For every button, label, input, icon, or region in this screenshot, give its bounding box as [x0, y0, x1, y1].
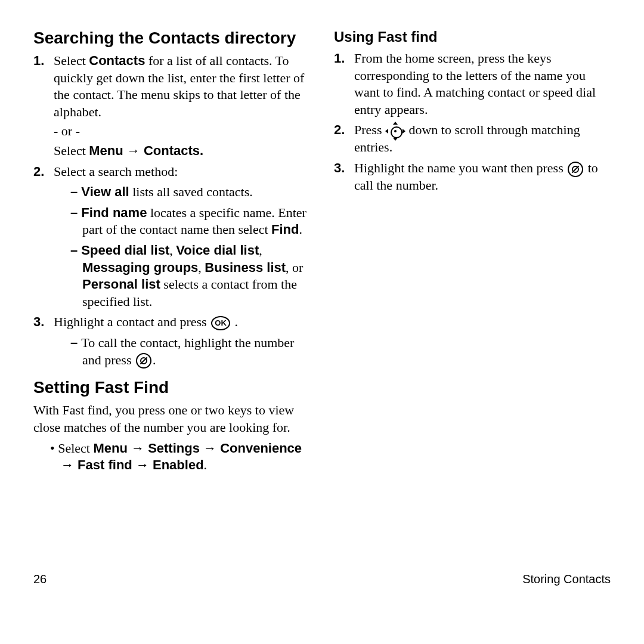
text: Select — [58, 441, 93, 456]
enable-fast-find: Select Menu → Settings → Convenience → F… — [50, 440, 310, 474]
search-methods: View all lists all saved contacts. Find … — [54, 184, 310, 310]
text: , — [259, 243, 262, 258]
step-2: Select a search method: View all lists a… — [51, 163, 310, 311]
page-footer: 26 Storing Contacts — [0, 572, 644, 586]
text: Select — [54, 143, 89, 158]
bold: Speed dial list — [81, 243, 169, 258]
fast-find-desc: With Fast find, you press one or two key… — [33, 402, 310, 436]
page-number: 26 — [33, 572, 47, 586]
call-icon — [568, 162, 583, 177]
text: lists all saved contacts. — [129, 184, 253, 199]
text: , — [169, 243, 176, 258]
text: Press — [354, 122, 385, 137]
page-content: Searching the Contacts directory Select … — [0, 0, 644, 572]
heading-setting-fast-find: Setting Fast Find — [33, 378, 310, 397]
bold: Business list — [205, 260, 286, 275]
method-lists: Speed dial list, Voice dial list, Messag… — [70, 242, 310, 310]
bold-path: Menu → Settings → Convenience → Fast fin… — [61, 441, 302, 473]
left-column: Searching the Contacts directory Select … — [33, 29, 310, 572]
text: . — [299, 222, 302, 237]
bold-menu-contacts: Menu → Contacts. — [89, 143, 203, 158]
step-1: Select Contacts for a list of all contac… — [51, 52, 310, 160]
step3-sub: To call the contact, highlight the numbe… — [54, 335, 310, 369]
or-separator: - or - — [54, 123, 310, 140]
bold-contacts: Contacts — [89, 53, 145, 68]
section-name: Storing Contacts — [522, 572, 611, 586]
ff-step-2: Press down to scroll through matching en… — [352, 122, 611, 156]
text: Highlight the name you want then press — [354, 160, 566, 175]
ok-button-icon: OK — [211, 316, 230, 330]
text: , — [198, 260, 205, 275]
bold: Find name — [81, 205, 147, 220]
search-steps: Select Contacts for a list of all contac… — [33, 52, 310, 369]
bold: Personal list — [82, 277, 160, 292]
text: Select — [54, 53, 89, 68]
bold: Messaging groups — [82, 260, 198, 275]
method-view-all: View all lists all saved contacts. — [70, 184, 310, 201]
right-column: Using Fast find From the home screen, pr… — [334, 29, 611, 572]
text: Select a search method: — [54, 164, 178, 179]
text: . — [204, 457, 208, 472]
method-find-name: Find name locates a specific name. Enter… — [70, 205, 310, 239]
text: , or — [286, 260, 303, 275]
bold: View all — [81, 184, 129, 199]
ff-step-3: Highlight the name you want then press t… — [352, 160, 611, 194]
call-contact: To call the contact, highlight the numbe… — [70, 335, 310, 369]
text: . — [231, 314, 238, 329]
fast-find-steps: Select Menu → Settings → Convenience → F… — [33, 440, 310, 474]
heading-searching-contacts: Searching the Contacts directory — [33, 29, 310, 48]
bold: Find — [271, 222, 299, 237]
text: To call the contact, highlight the numbe… — [81, 335, 294, 367]
heading-using-fast-find: Using Fast find — [334, 29, 611, 45]
text: Highlight a contact and press — [54, 314, 210, 329]
bold: Voice dial list — [176, 243, 259, 258]
step-3: Highlight a contact and press OK . To ca… — [51, 314, 310, 369]
ff-step-1: From the home screen, press the keys cor… — [352, 50, 611, 118]
nav-key-icon — [386, 123, 404, 139]
fast-find-use-steps: From the home screen, press the keys cor… — [334, 50, 611, 194]
call-icon — [136, 353, 151, 369]
